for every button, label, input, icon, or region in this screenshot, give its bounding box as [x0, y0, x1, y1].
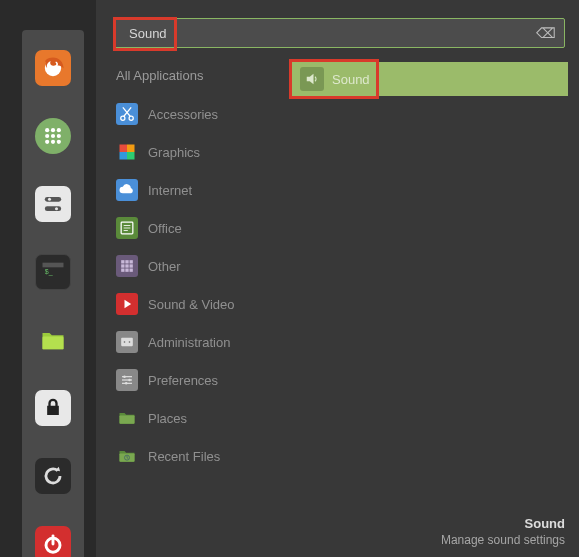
- category-all-applications[interactable]: All Applications: [114, 62, 286, 95]
- folder-icon: [116, 407, 138, 429]
- play-icon: [116, 293, 138, 315]
- svg-rect-30: [125, 260, 128, 263]
- search-input[interactable]: [115, 19, 564, 47]
- power-icon[interactable]: [35, 526, 71, 557]
- speaker-icon: [300, 67, 324, 91]
- svg-point-6: [57, 134, 61, 138]
- result-item-sound[interactable]: Sound: [292, 62, 568, 96]
- category-label: Administration: [148, 335, 230, 350]
- category-accessories[interactable]: Accessories: [114, 95, 286, 133]
- svg-text:$_: $_: [45, 268, 53, 276]
- svg-rect-35: [121, 269, 124, 272]
- taskbar: $_: [0, 0, 96, 557]
- svg-point-44: [123, 375, 126, 378]
- firefox-icon[interactable]: [35, 50, 71, 86]
- svg-rect-33: [125, 264, 128, 267]
- settings-icon[interactable]: [35, 186, 71, 222]
- svg-rect-11: [45, 206, 61, 211]
- search-field-wrap: ⌫: [114, 18, 565, 48]
- clear-search-icon[interactable]: ⌫: [536, 25, 556, 41]
- svg-point-7: [45, 140, 49, 144]
- svg-rect-16: [43, 337, 64, 350]
- svg-point-4: [45, 134, 49, 138]
- category-label: Graphics: [148, 145, 200, 160]
- svg-point-3: [57, 128, 61, 132]
- svg-point-2: [51, 128, 55, 132]
- svg-rect-36: [125, 269, 128, 272]
- category-office[interactable]: Office: [114, 209, 286, 247]
- category-label: Internet: [148, 183, 192, 198]
- svg-point-9: [57, 140, 61, 144]
- svg-rect-24: [127, 152, 135, 160]
- category-label: Places: [148, 411, 187, 426]
- admin-icon: [116, 331, 138, 353]
- svg-rect-31: [130, 260, 133, 263]
- results-panel: Sound: [286, 62, 565, 475]
- svg-point-39: [124, 341, 126, 343]
- footer-title: Sound: [441, 516, 565, 531]
- svg-rect-10: [45, 197, 61, 202]
- svg-point-46: [125, 382, 128, 385]
- category-label: Sound & Video: [148, 297, 235, 312]
- files-icon[interactable]: [35, 322, 71, 358]
- refresh-icon[interactable]: [35, 458, 71, 494]
- category-label: Office: [148, 221, 182, 236]
- terminal-icon[interactable]: $_: [35, 254, 71, 290]
- category-label: Accessories: [148, 107, 218, 122]
- category-list: All Applications Accessories Graphics In…: [114, 62, 286, 475]
- taskbar-dock: $_: [22, 30, 84, 557]
- category-administration[interactable]: Administration: [114, 323, 286, 361]
- svg-rect-22: [127, 145, 135, 153]
- svg-point-12: [48, 198, 51, 201]
- category-label: Other: [148, 259, 181, 274]
- svg-point-1: [45, 128, 49, 132]
- category-preferences[interactable]: Preferences: [114, 361, 286, 399]
- svg-rect-34: [130, 264, 133, 267]
- svg-point-5: [51, 134, 55, 138]
- category-places[interactable]: Places: [114, 399, 286, 437]
- menu-panel: ⌫ All Applications Accessories Graphics …: [96, 0, 579, 557]
- sliders-icon: [116, 369, 138, 391]
- svg-point-13: [55, 207, 58, 210]
- category-label: Recent Files: [148, 449, 220, 464]
- svg-point-45: [128, 379, 131, 382]
- svg-point-40: [129, 341, 131, 343]
- category-internet[interactable]: Internet: [114, 171, 286, 209]
- svg-rect-47: [120, 416, 135, 424]
- lock-icon[interactable]: [35, 390, 71, 426]
- folder-recent-icon: [116, 445, 138, 467]
- svg-rect-14: [43, 263, 64, 268]
- category-recent-files[interactable]: Recent Files: [114, 437, 286, 475]
- svg-rect-29: [121, 260, 124, 263]
- category-graphics[interactable]: Graphics: [114, 133, 286, 171]
- svg-rect-23: [120, 152, 128, 160]
- scissors-icon: [116, 103, 138, 125]
- category-label: Preferences: [148, 373, 218, 388]
- menu-content: All Applications Accessories Graphics In…: [114, 62, 565, 475]
- apps-icon[interactable]: [35, 118, 71, 154]
- svg-rect-32: [121, 264, 124, 267]
- category-other[interactable]: Other: [114, 247, 286, 285]
- result-label: Sound: [332, 72, 370, 87]
- svg-point-8: [51, 140, 55, 144]
- footer-description: Manage sound settings: [441, 533, 565, 547]
- graphics-icon: [116, 141, 138, 163]
- svg-rect-37: [130, 269, 133, 272]
- svg-rect-38: [121, 338, 133, 346]
- cloud-icon: [116, 179, 138, 201]
- status-footer: Sound Manage sound settings: [441, 516, 565, 547]
- category-sound-video[interactable]: Sound & Video: [114, 285, 286, 323]
- grid-icon: [116, 255, 138, 277]
- svg-rect-21: [120, 145, 128, 153]
- office-icon: [116, 217, 138, 239]
